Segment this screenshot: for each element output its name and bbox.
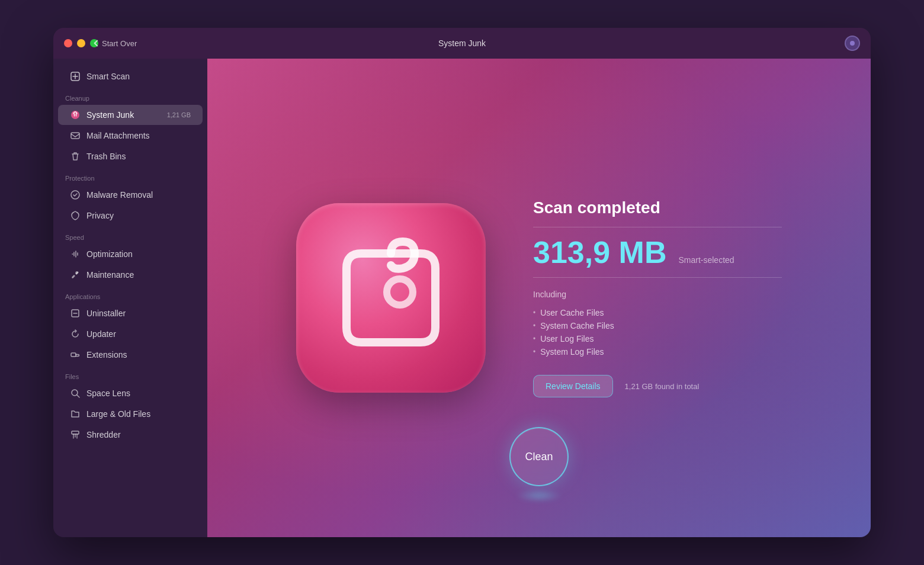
sidebar: Smart Scan Cleanup System Junk 1,21 GB — [53, 59, 207, 537]
divider-1 — [533, 227, 782, 227]
section-label-applications: Applications — [53, 287, 207, 303]
smart-scan-icon — [70, 71, 81, 82]
svg-line-12 — [77, 395, 79, 397]
extensions-label: Extensions — [86, 350, 191, 359]
uninstaller-icon — [70, 308, 81, 319]
section-label-protection: Protection — [53, 169, 207, 184]
svg-rect-10 — [71, 353, 76, 357]
list-item: System Log Files — [533, 345, 782, 358]
window-title: System Junk — [438, 38, 486, 48]
shredder-icon — [70, 429, 81, 440]
system-junk-label: System Junk — [86, 110, 161, 120]
mail-attachments-label: Mail Attachments — [86, 131, 191, 140]
sidebar-item-smart-scan[interactable]: Smart Scan — [58, 66, 203, 86]
including-list: User Cache Files System Cache Files User… — [533, 306, 782, 358]
trash-bins-icon — [70, 151, 81, 162]
malware-removal-icon — [70, 190, 81, 200]
svg-point-14 — [387, 279, 413, 305]
space-lens-label: Space Lens — [86, 389, 191, 398]
user-avatar[interactable] — [845, 36, 860, 51]
found-total-text: 1,21 GB found in total — [625, 382, 700, 391]
traffic-lights — [64, 39, 98, 47]
size-value: 313,9 MB — [533, 237, 666, 268]
list-item: User Cache Files — [533, 306, 782, 319]
sidebar-item-uninstaller[interactable]: Uninstaller — [58, 303, 203, 323]
section-label-speed: Speed — [53, 228, 207, 243]
system-junk-badge: 1,21 GB — [167, 111, 191, 118]
sidebar-item-system-junk[interactable]: System Junk 1,21 GB — [58, 105, 203, 125]
updater-icon — [70, 329, 81, 339]
maintenance-icon — [70, 269, 81, 280]
main-layout: Scan completed 313,9 MB Smart-selected I… — [207, 198, 871, 397]
avatar-dot — [850, 41, 855, 46]
privacy-label: Privacy — [86, 211, 191, 220]
large-old-files-label: Large & Old Files — [86, 409, 191, 419]
updater-label: Updater — [86, 329, 191, 339]
sidebar-item-maintenance[interactable]: Maintenance — [58, 265, 203, 285]
svg-rect-2 — [71, 133, 79, 139]
back-button[interactable]: Start Over — [95, 39, 137, 48]
list-item-text: User Log Files — [540, 334, 593, 344]
chevron-left-icon — [94, 40, 100, 46]
shredder-label: Shredder — [86, 430, 191, 439]
sidebar-section-protection: Protection Malware Removal — [53, 169, 207, 226]
close-button[interactable] — [64, 39, 72, 47]
section-label-cleanup: Cleanup — [53, 89, 207, 104]
optimization-label: Optimization — [86, 249, 191, 259]
review-row: Review Details 1,21 GB found in total — [533, 375, 782, 397]
sidebar-item-privacy[interactable]: Privacy — [58, 206, 203, 226]
titlebar-center: System Junk — [438, 38, 486, 48]
main-content: Scan completed 313,9 MB Smart-selected I… — [207, 59, 871, 537]
privacy-icon — [70, 210, 81, 221]
minimize-button[interactable] — [77, 39, 85, 47]
clean-button[interactable]: Clean — [509, 427, 569, 486]
trash-bins-label: Trash Bins — [86, 152, 191, 161]
content-area: Smart Scan Cleanup System Junk 1,21 GB — [53, 59, 871, 537]
extensions-icon — [70, 349, 81, 360]
sidebar-item-shredder[interactable]: Shredder — [58, 425, 203, 445]
mail-attachments-icon — [70, 130, 81, 141]
sidebar-item-extensions[interactable]: Extensions — [58, 345, 203, 365]
list-item-text: System Cache Files — [540, 321, 614, 330]
sidebar-item-optimization[interactable]: Optimization — [58, 244, 203, 264]
app-icon-svg — [329, 236, 453, 360]
titlebar: Start Over System Junk — [53, 28, 871, 59]
list-item-text: User Cache Files — [540, 308, 604, 317]
sidebar-section-files: Files Space Lens — [53, 367, 207, 445]
list-item-text: System Log Files — [540, 347, 604, 357]
sidebar-section-speed: Speed Optimization — [53, 228, 207, 285]
scan-completed-text: Scan completed — [533, 198, 782, 217]
svg-rect-13 — [72, 431, 79, 434]
large-old-files-icon — [70, 409, 81, 419]
malware-removal-label: Malware Removal — [86, 190, 191, 200]
sidebar-item-space-lens[interactable]: Space Lens — [58, 383, 203, 403]
size-row: 313,9 MB Smart-selected — [533, 237, 782, 268]
list-item: User Log Files — [533, 332, 782, 345]
sidebar-section-cleanup: Cleanup System Junk 1,21 GB — [53, 89, 207, 166]
including-label: Including — [533, 290, 782, 299]
app-icon — [296, 203, 486, 393]
uninstaller-label: Uninstaller — [86, 309, 191, 318]
smart-scan-label: Smart Scan — [86, 72, 191, 81]
smart-selected-label: Smart-selected — [678, 255, 734, 265]
sidebar-item-large-old-files[interactable]: Large & Old Files — [58, 404, 203, 424]
sidebar-section-applications: Applications Uninstaller — [53, 287, 207, 365]
review-details-button[interactable]: Review Details — [533, 375, 613, 397]
sidebar-item-mail-attachments[interactable]: Mail Attachments — [58, 126, 203, 146]
info-panel: Scan completed 313,9 MB Smart-selected I… — [533, 198, 782, 397]
sidebar-item-trash-bins[interactable]: Trash Bins — [58, 146, 203, 166]
app-window: Start Over System Junk Smart Scan — [53, 28, 871, 537]
system-junk-icon — [70, 110, 81, 120]
list-item: System Cache Files — [533, 319, 782, 332]
optimization-icon — [70, 249, 81, 259]
space-lens-icon — [70, 388, 81, 399]
maintenance-label: Maintenance — [86, 270, 191, 280]
app-icon-container — [296, 203, 486, 393]
sidebar-item-malware-removal[interactable]: Malware Removal — [58, 185, 203, 205]
section-label-files: Files — [53, 367, 207, 383]
sidebar-item-updater[interactable]: Updater — [58, 324, 203, 344]
clean-btn-container: Clean — [509, 427, 569, 502]
back-label: Start Over — [102, 39, 137, 48]
clean-btn-glow — [515, 490, 563, 502]
divider-2 — [533, 277, 782, 278]
